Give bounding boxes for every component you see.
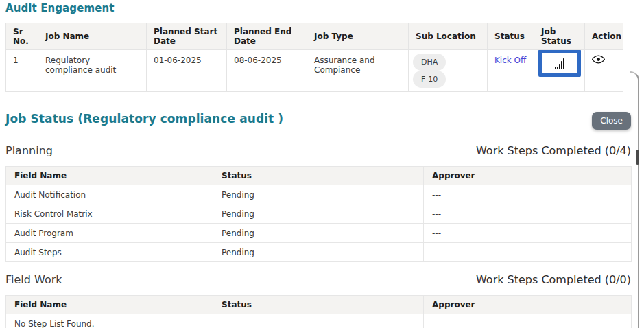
panel-title: Job Status (Regulatory compliance audit …	[5, 112, 283, 126]
col-header-action: Action	[585, 23, 623, 50]
engagement-header-row: Sr No. Job Name Planned Start Date Plann…	[6, 23, 623, 50]
col-header-status: Status	[213, 167, 424, 185]
table-row: Audit Notification Pending ---	[6, 185, 632, 204]
cell-field-name: Audit Steps	[6, 243, 213, 262]
engagement-row: 1 Regulatory compliance audit 01-06-2025…	[6, 50, 623, 92]
scrollbar-thumb[interactable]	[636, 150, 639, 165]
cell-field-name: Audit Notification	[6, 185, 213, 204]
cell-planned-end-date: 08-06-2025	[227, 50, 307, 92]
cell-status: Pending	[213, 204, 424, 224]
planning-section-title: Planning	[5, 144, 53, 157]
field-work-steps-table: Field Name Status Approver No Step List …	[5, 295, 632, 328]
col-header-field-name: Field Name	[6, 296, 213, 314]
cell-approver: ---	[424, 204, 632, 224]
cell-job-type: Assurance and Compiance	[307, 50, 409, 92]
status-link[interactable]: Kick Off	[494, 56, 526, 65]
planning-work-steps-counter: Work Steps Completed (0/4)	[476, 144, 631, 157]
col-header-job-name: Job Name	[38, 23, 147, 50]
cell-sub-location: DHAF-10	[409, 50, 488, 92]
cell-status: Pending	[213, 185, 424, 204]
table-row: Audit Program Pending ---	[6, 224, 632, 243]
job-status-panel-header: Job Status (Regulatory compliance audit …	[5, 112, 631, 130]
steps-header-row: Field Name Status Approver	[6, 167, 632, 185]
cell-planned-start-date: 01-06-2025	[147, 50, 227, 92]
cell-job-name: Regulatory compliance audit	[38, 50, 147, 92]
table-row: Risk Control Matrix Pending ---	[6, 204, 632, 224]
cell-status	[213, 314, 424, 328]
col-header-sr-no: Sr No.	[6, 23, 38, 50]
cell-job-status	[534, 50, 585, 92]
cell-sr-no: 1	[6, 50, 38, 92]
engagement-table: Sr No. Job Name Planned Start Date Plann…	[5, 23, 623, 92]
cell-status: Kick Off	[488, 50, 534, 92]
col-header-job-status: Job Status	[534, 23, 585, 50]
col-header-approver: Approver	[424, 296, 632, 314]
eye-icon	[592, 55, 605, 64]
sub-location-tag: F-10	[413, 71, 446, 88]
cell-approver: ---	[424, 243, 632, 262]
table-row-empty: No Step List Found.	[6, 314, 632, 328]
col-header-sub-location: Sub Location	[409, 23, 488, 50]
cell-approver: ---	[424, 185, 632, 204]
field-work-work-steps-counter: Work Steps Completed (0/0)	[476, 273, 631, 286]
page-title: Audit Engagement	[5, 2, 639, 14]
planning-section-header: Planning Work Steps Completed (0/4)	[5, 144, 631, 157]
panel-right-border	[630, 71, 639, 328]
cell-field-name: Risk Control Matrix	[6, 204, 213, 224]
col-header-approver: Approver	[424, 167, 632, 185]
table-row: Audit Steps Pending ---	[6, 243, 632, 262]
sub-location-tag: DHA	[413, 54, 446, 71]
col-header-job-type: Job Type	[307, 23, 409, 50]
col-header-planned-end-date: Planned End Date	[227, 23, 307, 50]
close-button[interactable]: Close	[592, 112, 631, 130]
cell-field-name: Audit Program	[6, 224, 213, 243]
cell-approver: ---	[424, 224, 632, 243]
view-eye-button[interactable]	[592, 55, 605, 64]
field-work-section-header: Field Work Work Steps Completed (0/0)	[5, 273, 631, 286]
page: Audit Engagement Sr No. Job Name Planned…	[5, 0, 639, 328]
col-header-status: Status	[488, 23, 534, 50]
cell-approver	[424, 314, 632, 328]
planning-steps-table: Field Name Status Approver Audit Notific…	[5, 166, 632, 262]
cell-status: Pending	[213, 243, 424, 262]
empty-message: No Step List Found.	[6, 314, 213, 328]
col-header-status: Status	[213, 296, 424, 314]
cell-status: Pending	[213, 224, 424, 243]
signal-bars-icon	[555, 58, 564, 69]
col-header-planned-start-date: Planned Start Date	[147, 23, 227, 50]
job-status-button[interactable]	[538, 49, 581, 77]
cell-action	[585, 50, 623, 92]
steps-header-row: Field Name Status Approver	[6, 296, 632, 314]
field-work-section-title: Field Work	[5, 273, 62, 286]
col-header-field-name: Field Name	[6, 167, 213, 185]
